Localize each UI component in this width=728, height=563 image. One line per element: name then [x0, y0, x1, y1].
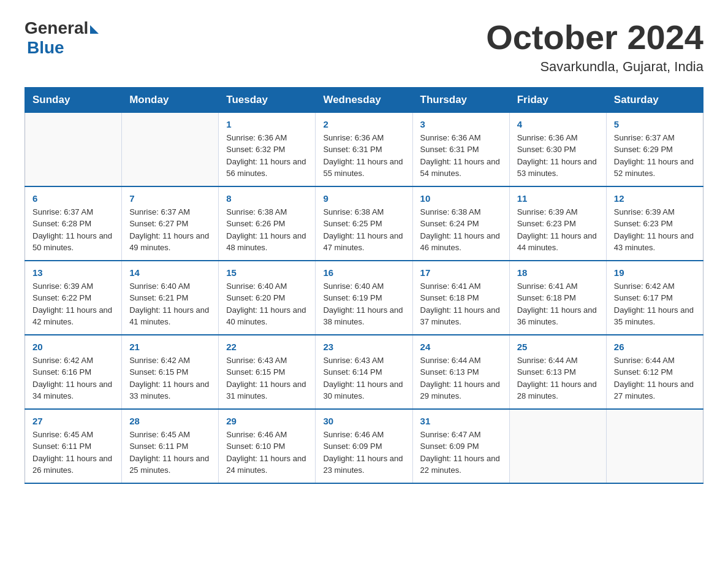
day-info: Sunrise: 6:37 AMSunset: 6:27 PMDaylight:…	[129, 206, 211, 254]
calendar-cell: 7Sunrise: 6:37 AMSunset: 6:27 PMDaylight…	[122, 186, 219, 261]
day-info: Sunrise: 6:44 AMSunset: 6:13 PMDaylight:…	[420, 354, 502, 402]
calendar-cell: 5Sunrise: 6:37 AMSunset: 6:29 PMDaylight…	[606, 112, 703, 186]
logo-arrow-icon	[90, 25, 99, 34]
day-info: Sunrise: 6:36 AMSunset: 6:32 PMDaylight:…	[226, 132, 308, 180]
title-area: October 2024 Savarkundla, Gujarat, India	[486, 18, 703, 75]
calendar-cell: 28Sunrise: 6:45 AMSunset: 6:11 PMDayligh…	[122, 409, 219, 483]
day-number: 17	[420, 267, 502, 278]
week-row-4: 20Sunrise: 6:42 AMSunset: 6:16 PMDayligh…	[25, 335, 703, 409]
day-info: Sunrise: 6:40 AMSunset: 6:21 PMDaylight:…	[129, 280, 211, 328]
day-number: 7	[129, 193, 211, 204]
day-number: 25	[517, 342, 599, 352]
day-info: Sunrise: 6:36 AMSunset: 6:31 PMDaylight:…	[323, 132, 404, 180]
day-info: Sunrise: 6:36 AMSunset: 6:30 PMDaylight:…	[517, 132, 599, 180]
day-number: 29	[226, 416, 308, 426]
calendar-cell: 17Sunrise: 6:41 AMSunset: 6:18 PMDayligh…	[412, 261, 509, 335]
day-info: Sunrise: 6:46 AMSunset: 6:09 PMDaylight:…	[323, 429, 404, 477]
day-info: Sunrise: 6:46 AMSunset: 6:10 PMDaylight:…	[226, 429, 308, 477]
day-number: 13	[32, 267, 114, 278]
calendar-cell: 21Sunrise: 6:42 AMSunset: 6:15 PMDayligh…	[122, 335, 219, 409]
logo-blue-text: Blue	[27, 38, 64, 57]
calendar-cell: 20Sunrise: 6:42 AMSunset: 6:16 PMDayligh…	[25, 335, 122, 409]
day-info: Sunrise: 6:37 AMSunset: 6:29 PMDaylight:…	[614, 132, 696, 180]
day-info: Sunrise: 6:42 AMSunset: 6:16 PMDaylight:…	[32, 354, 114, 402]
calendar-cell: 6Sunrise: 6:37 AMSunset: 6:28 PMDaylight…	[25, 186, 122, 261]
weekday-header-row: SundayMondayTuesdayWednesdayThursdayFrid…	[25, 87, 703, 112]
week-row-3: 13Sunrise: 6:39 AMSunset: 6:22 PMDayligh…	[25, 261, 703, 335]
day-info: Sunrise: 6:38 AMSunset: 6:26 PMDaylight:…	[226, 206, 308, 254]
calendar-cell: 14Sunrise: 6:40 AMSunset: 6:21 PMDayligh…	[122, 261, 219, 335]
calendar-table: SundayMondayTuesdayWednesdayThursdayFrid…	[25, 87, 703, 484]
calendar-cell: 12Sunrise: 6:39 AMSunset: 6:23 PMDayligh…	[606, 186, 703, 261]
calendar-cell: 25Sunrise: 6:44 AMSunset: 6:13 PMDayligh…	[509, 335, 606, 409]
weekday-header-friday: Friday	[509, 87, 606, 112]
calendar-cell	[606, 409, 703, 483]
day-info: Sunrise: 6:38 AMSunset: 6:25 PMDaylight:…	[323, 206, 404, 254]
day-number: 24	[420, 342, 502, 352]
day-number: 26	[614, 342, 696, 352]
day-number: 3	[420, 119, 502, 129]
day-info: Sunrise: 6:47 AMSunset: 6:09 PMDaylight:…	[420, 429, 502, 477]
day-number: 27	[32, 416, 114, 426]
logo-general-text: General	[25, 18, 88, 38]
calendar-cell	[122, 112, 219, 186]
day-number: 23	[323, 342, 404, 352]
calendar-cell: 31Sunrise: 6:47 AMSunset: 6:09 PMDayligh…	[412, 409, 509, 483]
calendar-cell: 1Sunrise: 6:36 AMSunset: 6:32 PMDaylight…	[219, 112, 316, 186]
week-row-2: 6Sunrise: 6:37 AMSunset: 6:28 PMDaylight…	[25, 186, 703, 261]
day-info: Sunrise: 6:41 AMSunset: 6:18 PMDaylight:…	[420, 280, 502, 328]
month-title: October 2024	[486, 18, 703, 56]
week-row-1: 1Sunrise: 6:36 AMSunset: 6:32 PMDaylight…	[25, 112, 703, 186]
day-info: Sunrise: 6:41 AMSunset: 6:18 PMDaylight:…	[517, 280, 599, 328]
day-number: 1	[226, 119, 308, 129]
weekday-header-sunday: Sunday	[25, 87, 122, 112]
calendar-cell: 22Sunrise: 6:43 AMSunset: 6:15 PMDayligh…	[219, 335, 316, 409]
weekday-header-tuesday: Tuesday	[219, 87, 316, 112]
calendar-cell: 4Sunrise: 6:36 AMSunset: 6:30 PMDaylight…	[509, 112, 606, 186]
calendar-cell: 23Sunrise: 6:43 AMSunset: 6:14 PMDayligh…	[316, 335, 412, 409]
day-info: Sunrise: 6:40 AMSunset: 6:20 PMDaylight:…	[226, 280, 308, 328]
day-info: Sunrise: 6:42 AMSunset: 6:17 PMDaylight:…	[614, 280, 696, 328]
day-info: Sunrise: 6:39 AMSunset: 6:23 PMDaylight:…	[614, 206, 696, 254]
day-number: 30	[323, 416, 404, 426]
day-number: 11	[517, 193, 599, 204]
day-info: Sunrise: 6:43 AMSunset: 6:15 PMDaylight:…	[226, 354, 308, 402]
day-number: 20	[32, 342, 114, 352]
day-info: Sunrise: 6:43 AMSunset: 6:14 PMDaylight:…	[323, 354, 404, 402]
calendar-cell: 8Sunrise: 6:38 AMSunset: 6:26 PMDaylight…	[219, 186, 316, 261]
day-info: Sunrise: 6:45 AMSunset: 6:11 PMDaylight:…	[32, 429, 114, 477]
day-number: 16	[323, 267, 404, 278]
day-info: Sunrise: 6:45 AMSunset: 6:11 PMDaylight:…	[129, 429, 211, 477]
day-number: 2	[323, 119, 404, 129]
weekday-header-thursday: Thursday	[412, 87, 509, 112]
calendar-cell: 26Sunrise: 6:44 AMSunset: 6:12 PMDayligh…	[606, 335, 703, 409]
day-number: 8	[226, 193, 308, 204]
day-number: 22	[226, 342, 308, 352]
day-number: 6	[32, 193, 114, 204]
calendar-cell: 16Sunrise: 6:40 AMSunset: 6:19 PMDayligh…	[316, 261, 412, 335]
logo-area: General Blue	[25, 18, 99, 58]
calendar-cell: 15Sunrise: 6:40 AMSunset: 6:20 PMDayligh…	[219, 261, 316, 335]
day-number: 21	[129, 342, 211, 352]
day-info: Sunrise: 6:42 AMSunset: 6:15 PMDaylight:…	[129, 354, 211, 402]
week-row-5: 27Sunrise: 6:45 AMSunset: 6:11 PMDayligh…	[25, 409, 703, 483]
weekday-header-wednesday: Wednesday	[316, 87, 412, 112]
page-header: General Blue October 2024 Savarkundla, G…	[25, 18, 703, 75]
calendar-cell: 27Sunrise: 6:45 AMSunset: 6:11 PMDayligh…	[25, 409, 122, 483]
location-title: Savarkundla, Gujarat, India	[486, 59, 703, 75]
calendar-cell	[25, 112, 122, 186]
day-info: Sunrise: 6:38 AMSunset: 6:24 PMDaylight:…	[420, 206, 502, 254]
day-info: Sunrise: 6:44 AMSunset: 6:12 PMDaylight:…	[614, 354, 696, 402]
day-number: 4	[517, 119, 599, 129]
calendar-cell: 24Sunrise: 6:44 AMSunset: 6:13 PMDayligh…	[412, 335, 509, 409]
calendar-cell: 30Sunrise: 6:46 AMSunset: 6:09 PMDayligh…	[316, 409, 412, 483]
day-number: 31	[420, 416, 502, 426]
day-info: Sunrise: 6:39 AMSunset: 6:22 PMDaylight:…	[32, 280, 114, 328]
day-info: Sunrise: 6:36 AMSunset: 6:31 PMDaylight:…	[420, 132, 502, 180]
calendar-cell	[509, 409, 606, 483]
day-info: Sunrise: 6:37 AMSunset: 6:28 PMDaylight:…	[32, 206, 114, 254]
calendar-cell: 2Sunrise: 6:36 AMSunset: 6:31 PMDaylight…	[316, 112, 412, 186]
day-number: 18	[517, 267, 599, 278]
day-number: 5	[614, 119, 696, 129]
logo: General	[25, 18, 99, 38]
